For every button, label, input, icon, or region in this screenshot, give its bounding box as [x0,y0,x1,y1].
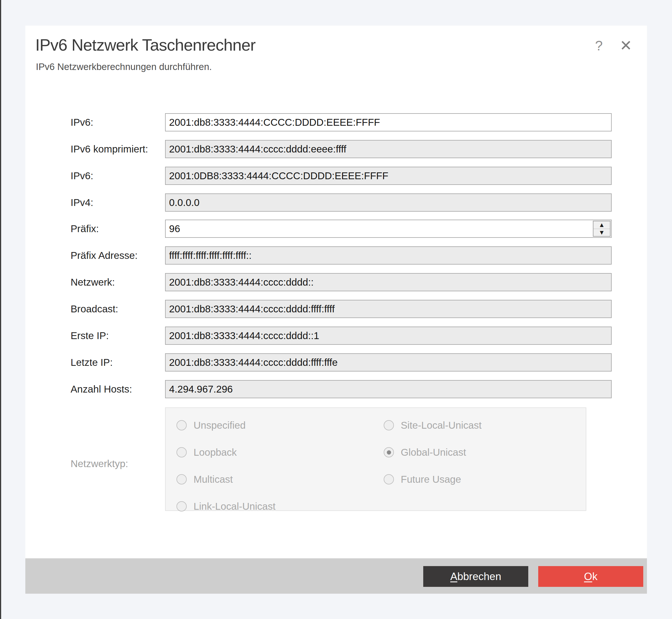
radio-global-unicast: Global-Unicast [384,446,466,459]
network-output [165,273,612,291]
radio-unspecified: Unspecified [177,419,246,431]
field-label: Erste IP: [71,330,165,341]
form-row-prefix: Präfix: ▲ ▼ [71,220,612,238]
radio-label: Site-Local-Unicast [401,420,482,431]
desktop-background: IPv6 Netzwerk Taschenrechner IPv6 Netzwe… [0,0,672,619]
radio-label: Loopback [193,446,237,458]
radio-multicast: Multicast [177,473,233,486]
radio-icon [384,420,394,430]
field-label: IPv6: [71,117,165,128]
radio-label: Multicast [193,474,233,485]
last-ip-output [165,353,612,371]
radio-icon [177,474,187,484]
screen-edge-line [0,0,1,619]
form-row-broadcast: Broadcast: [71,300,612,318]
radio-icon [177,447,187,458]
network-type-label: Netzwerktyp: [71,458,128,469]
field-label: IPv6: [71,170,165,182]
radio-selected-icon [384,447,394,458]
ipv6-calculator-dialog: IPv6 Netzwerk Taschenrechner IPv6 Netzwe… [25,25,647,594]
radio-label: Link-Local-Unicast [193,501,276,512]
form-row-prefix-address: Präfix Adresse: [71,246,612,265]
arrow-up-icon: ▲ [600,222,603,227]
ok-button[interactable]: Ok [538,566,643,587]
dialog-title: IPv6 Netzwerk Taschenrechner [35,35,256,54]
help-icon[interactable]: ? [590,36,607,56]
ipv6-compressed-output [165,140,612,158]
field-label: Präfix: [71,223,165,234]
form-row-network: Netzwerk: [71,273,612,291]
form-row-last-ip: Letzte IP: [71,353,612,371]
form-row-ipv6-compressed: IPv6 komprimiert: [71,140,612,158]
radio-future-usage: Future Usage [384,473,461,486]
ipv6-input[interactable] [165,113,612,131]
radio-site-local-unicast: Site-Local-Unicast [384,419,482,431]
spin-down-button[interactable]: ▼ [594,229,610,236]
broadcast-output [165,300,612,318]
field-label: Präfix Adresse: [71,250,165,261]
close-icon[interactable]: ✕ [615,35,637,56]
prefix-input[interactable] [165,220,612,238]
dialog-subtitle: IPv6 Netzwerkberechnungen durchführen. [36,61,212,72]
ipv6-full-output [165,167,612,185]
form-row-ipv4: IPv4: [71,194,612,212]
field-label: Anzahl Hosts: [71,384,165,395]
ipv4-output [165,194,612,212]
field-label: Netzwerk: [71,276,165,288]
field-label: IPv4: [71,197,165,208]
prefix-address-output [165,246,612,265]
field-label: Broadcast: [71,303,165,315]
arrow-down-icon: ▼ [600,230,603,235]
field-label: IPv6 komprimiert: [71,143,165,155]
form-row-host-count: Anzahl Hosts: [71,380,612,398]
host-count-output [165,380,612,398]
radio-label: Future Usage [401,474,461,485]
form-row-first-ip: Erste IP: [71,327,612,345]
radio-icon [384,474,394,484]
form-row-ipv6-full: IPv6: [71,167,612,185]
form-row-ipv6: IPv6: [71,113,612,131]
radio-label: Global-Unicast [401,446,466,458]
field-label: Letzte IP: [71,357,165,368]
prefix-spinner-field: ▲ ▼ [165,220,612,238]
radio-loopback: Loopback [177,446,237,459]
spin-up-button[interactable]: ▲ [594,221,610,229]
cancel-button[interactable]: Abbrechen [423,566,528,587]
first-ip-output [165,327,612,345]
radio-link-local-unicast: Link-Local-Unicast [177,500,276,512]
quantity-stepper: ▲ ▼ [593,221,611,237]
radio-icon [177,501,187,511]
radio-label: Unspecified [193,420,246,431]
dialog-footer: Abbrechen Ok [25,558,647,594]
radio-icon [177,420,187,430]
